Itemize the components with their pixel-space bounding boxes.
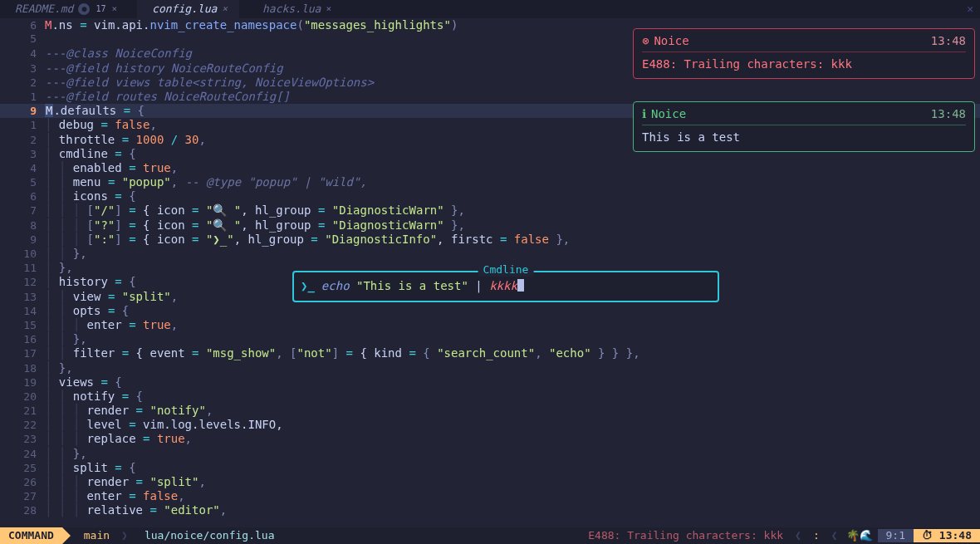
cmdline-input[interactable]: echo "This is a test" | kkkk	[321, 279, 524, 293]
notification-title: Noice	[651, 107, 686, 121]
line-number: 5	[0, 176, 45, 189]
line-number: 12	[0, 276, 45, 289]
clock: ⏱ 13:48	[914, 529, 980, 542]
error-icon: ⊗	[642, 34, 649, 48]
notification-title: Noice	[654, 34, 688, 48]
code-line: │ │ split = {	[45, 461, 980, 475]
status-error-msg: E488: Trailing characters: kkk	[588, 529, 791, 542]
line-number: 6	[0, 19, 45, 32]
code-line: │ │ filter = { event = "msg_show", ["not…	[45, 346, 980, 360]
code-line: │ │ │ render = "split",	[45, 475, 980, 489]
line-number: 2	[0, 134, 45, 147]
line-number: 18	[0, 362, 45, 375]
notification-error: ⊗ Noice 13:48 E488: Trailing characters:…	[633, 28, 975, 79]
line-number: 14	[0, 305, 45, 318]
tab-label: README.md	[15, 2, 73, 16]
line-number: 1	[0, 91, 45, 104]
code-line: │ │ menu = "popup", -- @type "popup" | "…	[45, 175, 980, 189]
line-number: 17	[0, 347, 45, 360]
code-line: │ │ │ render = "notify",	[45, 404, 980, 418]
code-line: │ │ │ [":"] = { icon = "❯_", hl_group = …	[45, 233, 980, 247]
line-number: 15	[0, 319, 45, 332]
line-number: 19	[0, 376, 45, 390]
line-number: 9	[0, 233, 45, 247]
tab-label: hacks.lua	[262, 2, 321, 16]
code-line: │ │ │ ["/"] = { icon = "🔍 ", hl_group = …	[45, 203, 980, 218]
line-number: 21	[0, 404, 45, 418]
code-line: │ │ },	[45, 247, 980, 261]
modified-icon: ●	[78, 3, 90, 15]
code-line: │ │ │ enter = true,	[45, 318, 980, 332]
tab-readme[interactable]: README.md ● 17 ×	[0, 0, 129, 18]
line-number: 5	[0, 32, 45, 46]
code-line: │ │ │ enter = false,	[45, 489, 980, 503]
git-branch: main	[71, 527, 118, 544]
line-number: 26	[0, 476, 45, 489]
close-icon[interactable]: ×	[326, 3, 331, 14]
tab-diag-count: 17	[95, 3, 106, 15]
tab-hacks[interactable]: hacks.lua ×	[247, 0, 343, 18]
tab-config[interactable]: config.lua ×	[137, 0, 239, 18]
code-line: │ │ │ ["?"] = { icon = "🔍 ", hl_group = …	[45, 218, 980, 233]
line-number: 27	[0, 490, 45, 503]
line-number: 2	[0, 76, 45, 90]
cmdline-popup[interactable]: Cmdline ❯_ echo "This is a test" | kkkk	[292, 271, 719, 302]
line-number: 25	[0, 462, 45, 475]
prompt-icon: ❯_	[301, 279, 315, 293]
cursor	[517, 279, 524, 292]
code-line: │ │ │ relative = "editor",	[45, 503, 980, 517]
line-number: 22	[0, 419, 45, 432]
line-number-current: 9	[0, 105, 45, 118]
line-number: 16	[0, 333, 45, 346]
status-decor-icon: 🌴🌊	[841, 529, 878, 542]
notification-time: 13:48	[931, 34, 966, 48]
close-icon[interactable]: ×	[111, 3, 117, 14]
line-number: 11	[0, 262, 45, 275]
line-number: 13	[0, 291, 45, 304]
close-icon[interactable]: ×	[222, 3, 228, 14]
notification-time: 13:48	[931, 107, 966, 121]
notification-body: This is a test	[642, 130, 966, 145]
code-line: │ │ notify = {	[45, 390, 980, 404]
code-line: │ │ │ replace = true,	[45, 432, 980, 446]
code-line: │ │ opts = {	[45, 304, 980, 318]
tabline: README.md ● 17 × config.lua × hacks.lua …	[0, 0, 980, 18]
line-number: 28	[0, 504, 45, 517]
notification-body: E488: Trailing characters: kkk	[642, 57, 966, 71]
code-line: │ },	[45, 361, 980, 375]
line-number: 4	[0, 162, 45, 175]
notification-info: ℹ Noice 13:48 This is a test	[633, 101, 975, 152]
mode-indicator: COMMAND	[0, 527, 62, 544]
line-number: 4	[0, 47, 45, 61]
file-path: lua/noice/config.lua	[131, 527, 283, 544]
code-line: │ │ icons = {	[45, 189, 980, 203]
line-number: 24	[0, 448, 45, 461]
info-icon: ℹ	[642, 107, 646, 121]
code-line: │ views = {	[45, 375, 980, 390]
line-number: 1	[0, 119, 45, 132]
code-line: │ │ },	[45, 332, 980, 346]
status-echo: :	[805, 529, 828, 542]
line-number: 3	[0, 62, 45, 76]
clock-icon: ⏱	[922, 529, 933, 542]
code-line: │ │ },	[45, 447, 980, 461]
line-number: 20	[0, 390, 45, 404]
code-line: │ │ │ level = vim.log.levels.INFO,	[45, 418, 980, 432]
line-number: 3	[0, 148, 45, 161]
close-window-icon[interactable]: ✕	[960, 2, 980, 16]
statusline: COMMAND main ❯ lua/noice/config.lua E488…	[0, 527, 980, 544]
cmdline-title: Cmdline	[478, 263, 534, 277]
line-number: 7	[0, 204, 45, 218]
tab-label: config.lua	[152, 2, 217, 16]
cursor-position: 9:1	[878, 529, 914, 542]
line-number: 10	[0, 247, 45, 261]
line-number: 6	[0, 190, 45, 203]
line-number: 8	[0, 219, 45, 233]
code-line: │ │ enabled = true,	[45, 161, 980, 175]
line-number: 23	[0, 433, 45, 446]
